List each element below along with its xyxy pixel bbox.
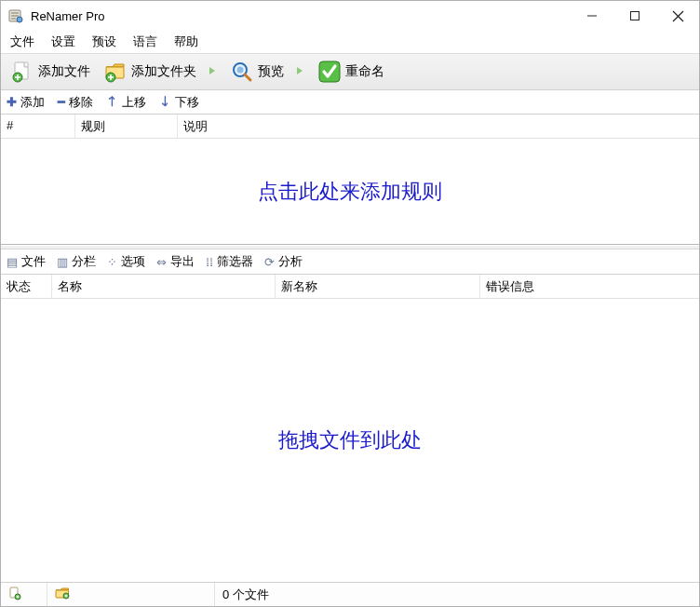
window-controls: [571, 1, 699, 31]
files-col-name[interactable]: 名称: [52, 275, 276, 298]
rules-header: # 规则 说明: [1, 115, 699, 139]
list-icon: ▤: [7, 255, 18, 269]
files-options-button[interactable]: ⁘ 选项: [107, 253, 145, 270]
rules-body[interactable]: 点击此处来添加规则: [1, 139, 699, 244]
statusbar: 0 个文件: [1, 582, 699, 606]
menu-language[interactable]: 语言: [133, 34, 157, 50]
rules-col-rule[interactable]: 规则: [75, 115, 178, 138]
rules-down-label: 下移: [175, 94, 199, 111]
svg-rect-3: [631, 12, 639, 20]
files-toolbar: ▤ 文件 ▥ 分栏 ⁘ 选项 ⇔ 导出 ⁞⁞ 筛选器 ⟳ 分析: [1, 250, 699, 274]
maximize-button[interactable]: [613, 1, 656, 31]
app-icon: [8, 8, 23, 23]
preview-icon: [230, 60, 254, 84]
titlebar: ReNamer Pro: [1, 1, 699, 31]
files-panel: 状态 名称 新名称 错误信息 拖拽文件到此处: [1, 274, 699, 582]
app-window: ReNamer Pro 文件 设置 预设 语言 帮助: [0, 0, 700, 607]
files-filter-button[interactable]: ⁞⁞ 筛选器: [206, 253, 253, 270]
files-export-button[interactable]: ⇔ 导出: [156, 253, 195, 270]
rules-add-button[interactable]: ✚ 添加: [7, 94, 45, 111]
menu-presets[interactable]: 预设: [92, 34, 116, 50]
rules-toolbar: ✚ 添加 ━ 移除 🡑 上移 🡓 下移: [1, 90, 699, 115]
rules-remove-button[interactable]: ━ 移除: [58, 94, 93, 111]
rules-col-desc[interactable]: 说明: [178, 115, 699, 138]
main-toolbar: 添加文件 添加文件夹: [1, 53, 699, 90]
svg-line-12: [245, 74, 250, 80]
rules-remove-label: 移除: [69, 94, 93, 111]
files-col-status[interactable]: 状态: [1, 275, 52, 298]
menu-help[interactable]: 帮助: [174, 34, 198, 50]
rename-icon: [317, 60, 342, 84]
files-analyze-button[interactable]: ⟳ 分析: [264, 253, 303, 270]
minimize-button[interactable]: [571, 1, 613, 31]
options-icon: ⁘: [107, 255, 117, 269]
files-header: 状态 名称 新名称 错误信息: [1, 275, 699, 299]
close-button[interactable]: [656, 1, 699, 31]
arrow-separator-icon: [293, 64, 308, 79]
arrow-up-icon: 🡑: [106, 95, 118, 109]
svg-point-1: [17, 17, 22, 22]
arrow-down-icon: 🡓: [159, 95, 171, 109]
files-columns-button[interactable]: ▥ 分栏: [57, 253, 96, 270]
add-folders-label: 添加文件夹: [131, 63, 196, 80]
files-col-error[interactable]: 错误信息: [480, 275, 699, 298]
add-folders-button[interactable]: 添加文件夹: [100, 58, 200, 86]
preview-label: 预览: [258, 63, 284, 80]
status-file-icon: [8, 587, 21, 602]
add-files-icon: [10, 60, 34, 84]
menu-settings[interactable]: 设置: [51, 34, 75, 50]
rename-label: 重命名: [345, 63, 384, 80]
preview-button[interactable]: 预览: [226, 58, 288, 86]
export-icon: ⇔: [156, 255, 167, 269]
rules-down-button[interactable]: 🡓 下移: [159, 94, 199, 111]
add-files-button[interactable]: 添加文件: [7, 58, 94, 86]
files-options-label: 选项: [121, 253, 145, 270]
rules-add-label: 添加: [20, 94, 45, 111]
plus-icon: ✚: [7, 95, 17, 109]
minus-icon: ━: [58, 95, 65, 109]
status-folder-icon-cell: [47, 583, 215, 606]
columns-icon: ▥: [57, 255, 68, 269]
files-placeholder: 拖拽文件到此处: [278, 426, 422, 454]
files-export-label: 导出: [170, 253, 195, 270]
status-file-icon-cell: [1, 583, 47, 606]
rules-up-button[interactable]: 🡑 上移: [106, 94, 146, 111]
add-files-label: 添加文件: [38, 63, 90, 80]
rename-button[interactable]: 重命名: [314, 58, 388, 86]
files-filter-label: 筛选器: [217, 253, 253, 270]
filter-icon: ⁞⁞: [206, 255, 213, 269]
files-col-newname[interactable]: 新名称: [276, 275, 480, 298]
status-folder-icon: [55, 587, 70, 602]
rules-col-num[interactable]: #: [1, 115, 75, 138]
window-title: ReNamer Pro: [31, 9, 104, 23]
files-body[interactable]: 拖拽文件到此处: [1, 299, 699, 582]
menu-file[interactable]: 文件: [10, 34, 34, 50]
files-files-label: 文件: [21, 253, 46, 270]
status-count: 0 个文件: [215, 583, 699, 606]
arrow-separator-icon: [206, 64, 221, 79]
rules-up-label: 上移: [122, 94, 146, 111]
svg-point-11: [237, 67, 244, 74]
rules-panel: # 规则 说明 点击此处来添加规则: [1, 115, 699, 245]
rules-placeholder: 点击此处来添加规则: [258, 178, 442, 206]
analyze-icon: ⟳: [264, 255, 275, 269]
files-files-button[interactable]: ▤ 文件: [7, 253, 46, 270]
add-folders-icon: [103, 60, 128, 84]
files-analyze-label: 分析: [278, 253, 303, 270]
menubar: 文件 设置 预设 语言 帮助: [1, 31, 699, 53]
files-columns-label: 分栏: [72, 253, 96, 270]
